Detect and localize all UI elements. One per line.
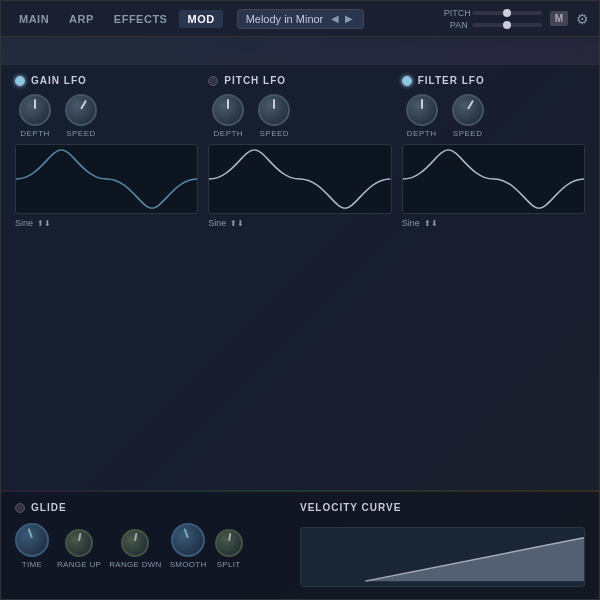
gain-speed-group: SPEED: [65, 94, 97, 138]
gain-lfo-indicator[interactable]: [15, 76, 25, 86]
pitch-waveform-arrow[interactable]: ⬆⬇: [230, 219, 244, 228]
filter-depth-knob[interactable]: [406, 94, 438, 126]
pitch-waveform-select[interactable]: Sine ⬆⬇: [208, 218, 244, 228]
pitch-lfo-group: PITCH LFO DEPTH SPEED: [208, 75, 391, 228]
gain-lfo-group: GAIN LFO DEPTH SPEED: [15, 75, 198, 228]
glide-header: GLIDE: [15, 502, 300, 513]
gain-waveform-select[interactable]: Sine ⬆⬇: [15, 218, 51, 228]
preset-selector[interactable]: Melody in Minor ◀ ▶: [237, 9, 365, 29]
gain-depth-label: DEPTH: [20, 129, 50, 138]
filter-speed-knob[interactable]: [452, 94, 484, 126]
tab-mod[interactable]: MOD: [179, 10, 222, 28]
pitch-speed-label: SPEED: [260, 129, 290, 138]
gain-depth-knob[interactable]: [19, 94, 51, 126]
glide-split-label: SPLIT: [217, 560, 241, 569]
filter-waveform-select[interactable]: Sine ⬆⬇: [402, 218, 438, 228]
filter-waveform-arrow[interactable]: ⬆⬇: [424, 219, 438, 228]
pitch-lfo-knobs: DEPTH SPEED: [208, 94, 290, 138]
glide-smooth-knob[interactable]: [171, 523, 205, 557]
pitch-lfo-header: PITCH LFO: [208, 75, 286, 86]
glide-time-label: TIME: [22, 560, 42, 569]
pitch-slider[interactable]: [472, 11, 542, 15]
tab-effects[interactable]: EFFECTS: [106, 10, 176, 28]
pitch-depth-knob[interactable]: [212, 94, 244, 126]
main-container: MAIN ARP EFFECTS MOD Melody in Minor ◀ ▶…: [0, 0, 600, 600]
glide-time-knob[interactable]: [15, 523, 49, 557]
pan-label: PAN: [444, 20, 468, 30]
glide-time-group: TIME: [15, 523, 49, 569]
pitch-row: PITCH: [444, 8, 542, 18]
gain-lfo-knobs: DEPTH SPEED: [15, 94, 97, 138]
m-button[interactable]: M: [550, 11, 568, 26]
pan-row: PAN: [444, 20, 542, 30]
velocity-title: VELOCITY CURVE: [300, 502, 401, 513]
glide-split-group: SPLIT: [215, 529, 243, 569]
velocity-display: [300, 527, 585, 587]
tab-arp[interactable]: ARP: [61, 10, 102, 28]
prev-preset-button[interactable]: ◀: [329, 13, 341, 24]
filter-speed-group: SPEED: [452, 94, 484, 138]
gain-waveform-arrow[interactable]: ⬆⬇: [37, 219, 51, 228]
pitch-speed-group: SPEED: [258, 94, 290, 138]
glide-range-dwn-label: RANGE DWN: [109, 560, 161, 569]
gain-waveform-display: [15, 144, 198, 214]
gain-speed-knob[interactable]: [65, 94, 97, 126]
pitch-depth-group: DEPTH: [212, 94, 244, 138]
filter-waveform-label: Sine: [402, 218, 420, 228]
velocity-header: VELOCITY CURVE: [300, 502, 585, 513]
pitch-speed-knob[interactable]: [258, 94, 290, 126]
pitch-lfo-title: PITCH LFO: [224, 75, 286, 86]
bottom-section: GLIDE TIME RANGE UP RANGE DWN: [1, 492, 599, 599]
gain-speed-label: SPEED: [66, 129, 96, 138]
glide-range-dwn-knob[interactable]: [121, 529, 149, 557]
filter-lfo-title: FILTER LFO: [418, 75, 485, 86]
filter-lfo-indicator[interactable]: [402, 76, 412, 86]
preset-arrows: ◀ ▶: [329, 13, 355, 24]
preset-name: Melody in Minor: [246, 13, 324, 25]
lfo-row: GAIN LFO DEPTH SPEED: [15, 75, 585, 228]
pitch-waveform-display: [208, 144, 391, 214]
glide-knobs-row: TIME RANGE UP RANGE DWN SMOOTH: [15, 523, 300, 569]
filter-lfo-knobs: DEPTH SPEED: [402, 94, 484, 138]
top-nav: MAIN ARP EFFECTS MOD Melody in Minor ◀ ▶…: [1, 1, 599, 37]
filter-lfo-group: FILTER LFO DEPTH SPEED: [402, 75, 585, 228]
filter-lfo-header: FILTER LFO: [402, 75, 485, 86]
pitch-pan-section: PITCH PAN: [444, 8, 542, 30]
filter-depth-group: DEPTH: [406, 94, 438, 138]
tab-main[interactable]: MAIN: [11, 10, 57, 28]
pitch-thumb: [503, 9, 511, 17]
gain-lfo-header: GAIN LFO: [15, 75, 87, 86]
filter-depth-label: DEPTH: [407, 129, 437, 138]
glide-range-dwn-group: RANGE DWN: [109, 529, 161, 569]
pan-slider[interactable]: [472, 23, 542, 27]
next-preset-button[interactable]: ▶: [343, 13, 355, 24]
velocity-section: VELOCITY CURVE: [300, 502, 585, 587]
glide-range-up-group: RANGE UP: [57, 529, 101, 569]
glide-smooth-group: SMOOTH: [170, 523, 207, 569]
filter-waveform-display: [402, 144, 585, 214]
pitch-depth-label: DEPTH: [214, 129, 244, 138]
glide-range-up-label: RANGE UP: [57, 560, 101, 569]
glide-indicator[interactable]: [15, 503, 25, 513]
top-right-controls: PITCH PAN M ⚙: [444, 8, 589, 30]
glide-split-knob[interactable]: [215, 529, 243, 557]
gain-waveform-label: Sine: [15, 218, 33, 228]
filter-speed-label: SPEED: [453, 129, 483, 138]
glide-title: GLIDE: [31, 502, 67, 513]
gain-lfo-title: GAIN LFO: [31, 75, 87, 86]
content-area: GAIN LFO DEPTH SPEED: [1, 65, 599, 599]
settings-icon[interactable]: ⚙: [576, 11, 589, 27]
pitch-label: PITCH: [444, 8, 468, 18]
glide-smooth-label: SMOOTH: [170, 560, 207, 569]
lfo-section: GAIN LFO DEPTH SPEED: [1, 65, 599, 490]
pitch-lfo-indicator[interactable]: [208, 76, 218, 86]
pan-thumb: [503, 21, 511, 29]
svg-rect-0: [1, 37, 599, 65]
glide-section: GLIDE TIME RANGE UP RANGE DWN: [15, 502, 300, 587]
keyboard-strip: [1, 37, 599, 65]
pitch-waveform-label: Sine: [208, 218, 226, 228]
glide-range-up-knob[interactable]: [65, 529, 93, 557]
gain-depth-group: DEPTH: [19, 94, 51, 138]
